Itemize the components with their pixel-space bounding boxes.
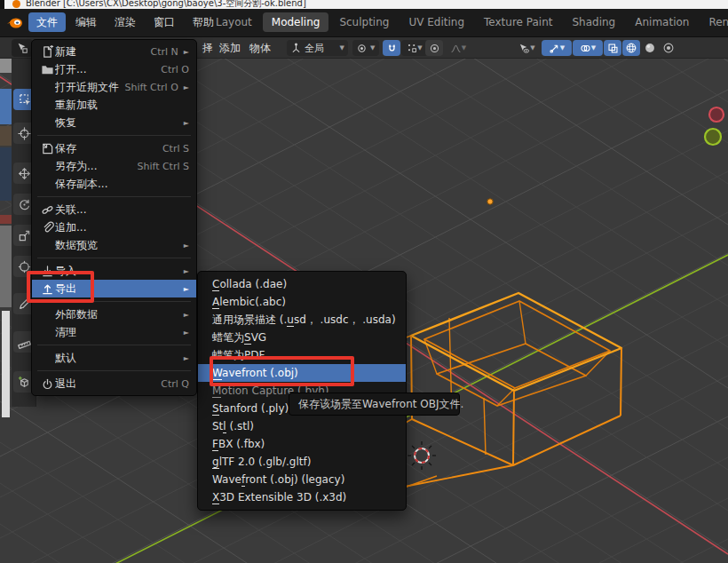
menubar-item-渲染[interactable]: 渲染 bbox=[107, 12, 144, 32]
file-menu-item-导入[interactable]: 导入► bbox=[32, 262, 196, 280]
show-gizmo-dropdown[interactable]: ▼ bbox=[542, 40, 572, 56]
file-menu-item-数据预览[interactable]: 数据预览► bbox=[32, 236, 196, 254]
viewport-display-group: ▼ ▼ ▼ bbox=[512, 40, 677, 56]
export-item-通用场景描述-usd-usdc-usda-[interactable]: 通用场景描述 (.usd， .usdc， .usda) bbox=[198, 311, 406, 329]
xray-toggle[interactable] bbox=[604, 40, 621, 56]
menu-item-label: Collada (.dae) bbox=[212, 278, 287, 290]
menu-item-label: 蜡笔为PDF bbox=[212, 348, 265, 363]
show-overlays-dropdown[interactable]: ▼ bbox=[573, 40, 603, 56]
file-menu-dropdown: 新建Ctrl N►打开...Ctrl O打开近期文件Shift Ctrl O►重… bbox=[31, 39, 197, 396]
proportional-falloff-dropdown[interactable]: ▼ bbox=[444, 40, 472, 56]
blender-logo-icon[interactable] bbox=[6, 15, 24, 31]
menu-item-label: 清理 bbox=[55, 325, 178, 340]
export-icon bbox=[39, 282, 55, 296]
export-item-Collada-dae-[interactable]: Collada (.dae) bbox=[198, 275, 406, 293]
transform-orientation-dropdown[interactable]: 全局 ▼ bbox=[287, 40, 348, 56]
file-menu-item-恢复[interactable]: 恢复► bbox=[32, 114, 196, 131]
file-menu-item-外部数据[interactable]: 外部数据► bbox=[32, 305, 196, 323]
file-menu-item-另存为[interactable]: 另存为...Shift Ctrl S bbox=[32, 157, 196, 175]
pivot-point-icon bbox=[356, 43, 368, 54]
file-menu-item-保存[interactable]: 保存Ctrl S bbox=[32, 139, 196, 157]
menu-item-label: 保存副本... bbox=[55, 177, 189, 192]
export-item-Wavefront-obj-legacy-[interactable]: Wavefront (.obj) (legacy) bbox=[198, 471, 406, 488]
menu-separator bbox=[37, 345, 191, 345]
snap-grid-icon bbox=[407, 43, 417, 53]
select-menu[interactable]: 择 bbox=[202, 41, 213, 56]
menu-item-label: FBX (.fbx) bbox=[212, 438, 265, 450]
menu-item-label: Stanford (.ply) bbox=[212, 402, 289, 415]
workspace-tab-texture-paint[interactable]: Texture Paint bbox=[475, 12, 561, 32]
file-menu-item-导出[interactable]: 导出► bbox=[32, 280, 196, 297]
file-menu-item-重新加载[interactable]: 重新加载 bbox=[32, 96, 196, 114]
menu-item-label: 打开近期文件 bbox=[55, 80, 125, 95]
menu-separator bbox=[37, 301, 191, 302]
menu-item-label: Wavefront (.obj) (legacy) bbox=[212, 473, 344, 486]
menu-item-label: 关联... bbox=[55, 202, 189, 218]
export-item-蜡笔为SVG[interactable]: 蜡笔为SVG bbox=[198, 329, 406, 346]
file-menu-item-退出[interactable]: 退出Ctrl Q bbox=[32, 375, 196, 393]
shading-wireframe-button[interactable] bbox=[622, 40, 640, 56]
file-menu-item-默认[interactable]: 默认► bbox=[32, 349, 196, 367]
menu-item-label: 新建 bbox=[55, 44, 151, 59]
workspace-tab-animation[interactable]: Animation bbox=[626, 12, 698, 32]
menu-item-label: 通用场景描述 (.usd， .usdc， .usda) bbox=[212, 313, 396, 328]
export-item-X3D-Extensible-3D-x3d-[interactable]: X3D Extensible 3D (.x3d) bbox=[198, 488, 406, 506]
menu-item-label: Alembic(.abc) bbox=[212, 296, 286, 308]
editor-type-button[interactable] bbox=[12, 39, 33, 57]
object-origin-dot bbox=[487, 199, 493, 204]
window-title: Blender [C:\Users\CX\Desktop\gong\baoye\… bbox=[26, 0, 306, 9]
menu-item-label: 外部数据 bbox=[55, 307, 178, 322]
export-item-Wavefront-obj-[interactable]: Wavefront (.obj) bbox=[198, 364, 406, 382]
menu-item-label: Stl (.stl) bbox=[212, 420, 254, 432]
workspace-tab-modeling[interactable]: Modeling bbox=[263, 12, 329, 32]
menu-item-label: X3D Extensible 3D (.x3d) bbox=[212, 491, 346, 504]
menu-item-label: 重新加载 bbox=[55, 98, 189, 113]
export-item-glTF-2-0-glb-gltf-[interactable]: glTF 2.0 (.glb/.gltf) bbox=[198, 453, 406, 471]
menubar-item-窗口[interactable]: 窗口 bbox=[146, 12, 183, 32]
workspace-tab-uv-editing[interactable]: UV Editing bbox=[400, 12, 473, 32]
orientation-value: 全局 bbox=[305, 42, 324, 55]
menu-separator bbox=[37, 196, 191, 197]
export-item-Alembic-abc-[interactable]: Alembic(.abc) bbox=[198, 293, 406, 311]
snap-toggle[interactable] bbox=[383, 40, 400, 56]
workspace-tab-layout[interactable]: Layout bbox=[207, 12, 261, 32]
submenu-arrow-icon: ► bbox=[184, 285, 189, 293]
menu-item-label: 保存 bbox=[55, 141, 162, 156]
workspace-tab-sculpting[interactable]: Sculpting bbox=[330, 12, 398, 32]
snap-settings-dropdown[interactable]: ▼ bbox=[401, 40, 428, 56]
file-menu-item-打开[interactable]: 打开...Ctrl O bbox=[32, 60, 196, 78]
add-menu[interactable]: 添加 bbox=[219, 41, 241, 56]
menu-separator bbox=[37, 370, 191, 371]
file-menu-item-清理[interactable]: 清理► bbox=[32, 323, 196, 341]
export-item-FBX-fbx-[interactable]: FBX (.fbx) bbox=[198, 435, 406, 453]
file-menu-item-打开近期文件[interactable]: 打开近期文件Shift Ctrl O► bbox=[32, 78, 196, 96]
file-menu-item-关联[interactable]: 关联... bbox=[32, 201, 196, 218]
window-title-bar[interactable]: Blender [C:\Users\CX\Desktop\gong\baoye\… bbox=[0, 0, 728, 9]
orientation-axes-icon bbox=[290, 43, 302, 54]
menu-item-label: 导出 bbox=[55, 282, 178, 297]
workspace-tab-shading[interactable]: Shading bbox=[563, 12, 624, 32]
pivot-point-dropdown[interactable]: ▼ bbox=[352, 40, 379, 56]
menubar-item-编辑[interactable]: 编辑 bbox=[67, 12, 105, 32]
wireframe-sphere-icon bbox=[625, 42, 637, 54]
file-menu-item-追加[interactable]: 追加... bbox=[32, 218, 196, 236]
export-item-Stl-stl-[interactable]: Stl (.stl) bbox=[198, 417, 406, 435]
menu-item-label: 追加... bbox=[55, 220, 189, 235]
submenu-arrow-icon: ► bbox=[184, 83, 189, 91]
workspace-tab-renderi[interactable]: Renderi bbox=[700, 12, 728, 32]
gizmo-y-axis-ball bbox=[705, 129, 721, 145]
proportional-editing-toggle[interactable] bbox=[425, 40, 443, 56]
menubar-item-文件[interactable]: 文件 bbox=[28, 12, 66, 32]
import-icon bbox=[39, 265, 55, 278]
menu-item-shortcut: Ctrl S bbox=[162, 143, 189, 155]
blender-window: { "title_bar": { "title": "Blender [C:\\… bbox=[0, 0, 728, 563]
file-menu-item-新建[interactable]: 新建Ctrl N► bbox=[32, 43, 196, 60]
shading-material-button[interactable] bbox=[660, 40, 677, 56]
link-icon bbox=[39, 203, 55, 217]
solid-sphere-icon bbox=[644, 42, 656, 54]
object-menu[interactable]: 物体 bbox=[249, 41, 271, 56]
file-menu-item-保存副本[interactable]: 保存副本... bbox=[32, 175, 196, 193]
object-visibility-dropdown[interactable]: ▼ bbox=[512, 40, 541, 56]
export-item-蜡笔为PDF[interactable]: 蜡笔为PDF bbox=[198, 346, 406, 364]
shading-solid-button[interactable] bbox=[641, 40, 659, 56]
